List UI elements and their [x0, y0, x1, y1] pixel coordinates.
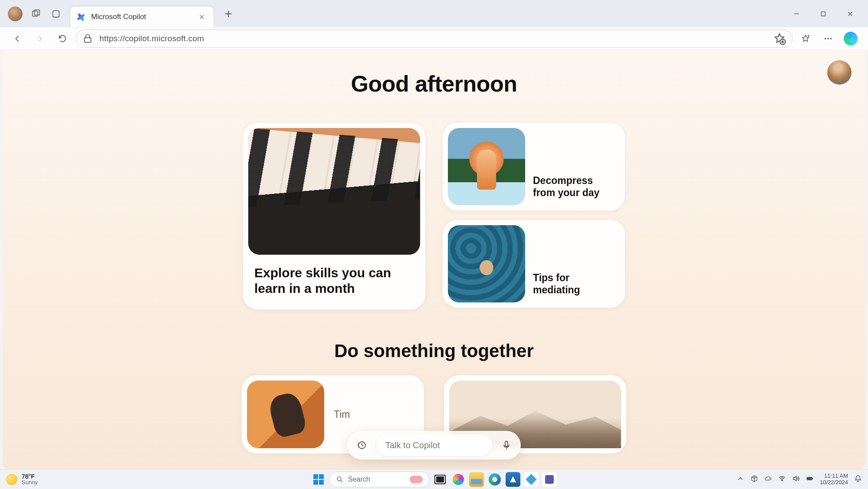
- weather-condition: Sunny: [22, 479, 38, 485]
- taskbar-search[interactable]: Search: [329, 472, 429, 487]
- microphone-button[interactable]: [496, 435, 516, 455]
- task-view-button[interactable]: [433, 472, 447, 487]
- sun-icon: [6, 474, 17, 485]
- card-title: Decompress from your day: [533, 174, 620, 206]
- add-favorite-icon[interactable]: [773, 32, 786, 45]
- forward-button[interactable]: [30, 29, 49, 48]
- tab-close-button[interactable]: [197, 12, 207, 22]
- minimize-button[interactable]: [783, 3, 810, 24]
- edge-icon: [489, 473, 501, 486]
- microsoft-store-button[interactable]: [506, 472, 520, 487]
- suggestion-cards-row: Explore skills you can learn in a month …: [3, 123, 865, 309]
- weather-temp: 78°F: [22, 473, 38, 479]
- page-content: Good afternoon Explore skills you can le…: [3, 50, 865, 469]
- profile-avatar-small[interactable]: [8, 7, 23, 21]
- window-caption-buttons: [783, 3, 864, 24]
- site-info-icon[interactable]: [82, 33, 93, 44]
- new-tab-button[interactable]: [220, 5, 237, 23]
- start-button[interactable]: [311, 472, 326, 487]
- copilot-orb-icon: [844, 32, 858, 46]
- volume-icon[interactable]: [792, 475, 800, 484]
- notifications-icon[interactable]: [854, 475, 862, 484]
- search-highlight-icon: [410, 476, 423, 483]
- windows-taskbar: 78°F Sunny Search 11:11 AM 10/22/2024: [0, 469, 868, 489]
- wifi-icon[interactable]: [778, 475, 786, 484]
- search-placeholder: Search: [348, 476, 370, 483]
- small-cards-column: Decompress from your day Tips for mediat…: [443, 123, 625, 309]
- refresh-button[interactable]: [53, 29, 72, 48]
- time-text: 11:11 AM: [820, 473, 848, 479]
- window-titlebar: Microsoft Copilot: [0, 0, 868, 27]
- card-partial-text: Tim: [334, 409, 350, 420]
- talk-to-copilot-bar: [347, 431, 521, 459]
- svg-rect-10: [505, 441, 508, 446]
- tray-chevron-icon[interactable]: [736, 475, 744, 484]
- tray-cube-icon[interactable]: [750, 475, 758, 484]
- talk-input-pill[interactable]: [376, 434, 492, 456]
- favorites-button[interactable]: [796, 29, 815, 48]
- svg-rect-4: [84, 37, 91, 42]
- edge-button[interactable]: [487, 472, 502, 487]
- date-text: 10/22/2024: [820, 479, 848, 486]
- taskbar-center: Search: [311, 472, 557, 487]
- card-mediating[interactable]: Tips for mediating: [443, 220, 625, 308]
- card-decompress[interactable]: Decompress from your day: [443, 123, 625, 210]
- back-button[interactable]: [8, 29, 27, 48]
- svg-rect-14: [808, 478, 812, 479]
- card-image: [248, 128, 420, 255]
- onedrive-icon[interactable]: [764, 475, 772, 484]
- talk-input[interactable]: [385, 440, 483, 450]
- teams-button[interactable]: [542, 472, 557, 487]
- greeting-heading: Good afternoon: [3, 71, 865, 97]
- svg-rect-3: [821, 12, 825, 16]
- workspaces-icon[interactable]: [26, 4, 46, 24]
- svg-rect-2: [53, 10, 59, 17]
- tab-actions-icon[interactable]: [46, 4, 66, 24]
- taskbar-copilot-button[interactable]: [451, 472, 466, 487]
- tab-title: Microsoft Copilot: [91, 13, 197, 21]
- browser-tab[interactable]: Microsoft Copilot: [70, 7, 214, 27]
- svg-point-11: [337, 477, 341, 481]
- svg-rect-1: [34, 10, 39, 15]
- card-title: Tips for mediating: [533, 272, 620, 303]
- system-tray: 11:11 AM 10/22/2024: [736, 473, 862, 486]
- search-icon: [336, 476, 344, 483]
- copilot-icon: [453, 474, 464, 485]
- section-title: Do something together: [3, 341, 865, 361]
- history-button[interactable]: [352, 435, 372, 455]
- browser-toolbar: https://copilot.microsoft.com: [0, 27, 868, 50]
- svg-rect-0: [33, 11, 38, 16]
- close-window-button[interactable]: [837, 3, 864, 24]
- file-explorer-button[interactable]: [469, 472, 484, 487]
- account-avatar[interactable]: [827, 60, 852, 85]
- copilot-sidebar-button[interactable]: [841, 29, 860, 48]
- address-bar[interactable]: https://copilot.microsoft.com: [76, 30, 792, 48]
- card-title: Explore skills you can learn in a month: [254, 265, 416, 296]
- app-diamond-button[interactable]: [524, 472, 539, 487]
- popsicle-image: [448, 128, 525, 205]
- copilot-favicon-icon: [76, 12, 86, 22]
- battery-icon[interactable]: [806, 475, 814, 484]
- hand-water-image: [448, 225, 525, 302]
- svg-point-6: [825, 38, 826, 39]
- svg-point-12: [782, 480, 783, 481]
- weather-widget[interactable]: 78°F Sunny: [6, 473, 38, 485]
- maximize-button[interactable]: [810, 3, 837, 24]
- clock[interactable]: 11:11 AM 10/22/2024: [820, 473, 848, 486]
- url-text: https://copilot.microsoft.com: [99, 34, 767, 43]
- more-menu-button[interactable]: [819, 29, 838, 48]
- runner-image: [247, 381, 324, 448]
- piano-image: [248, 128, 420, 255]
- weather-text: 78°F Sunny: [22, 473, 38, 485]
- svg-point-7: [827, 38, 829, 39]
- card-explore-skills[interactable]: Explore skills you can learn in a month: [243, 123, 425, 309]
- svg-point-8: [830, 38, 832, 39]
